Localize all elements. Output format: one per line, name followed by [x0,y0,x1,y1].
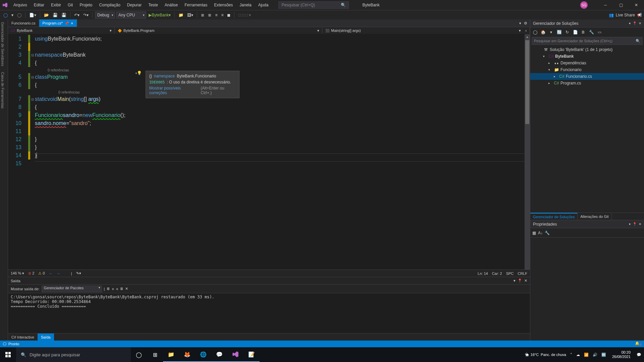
nav-fwd-icon[interactable]: → [57,272,60,276]
codelens-class[interactable]: 0 referências [35,67,525,73]
menu-teste[interactable]: Teste [145,3,161,7]
pin-icon[interactable]: 📌 [65,21,69,25]
tree-solution[interactable]: ⚒Solução 'ByteBank' (1 de 1 projeto) [530,46,644,53]
indent-mode[interactable]: SPC [506,272,514,276]
tb-icon-5[interactable]: ≡ [214,12,219,18]
config-dropdown[interactable]: Debug [95,11,115,19]
props-close-icon[interactable]: ✕ [639,222,641,226]
tb-icon-1[interactable]: 📁 [177,12,185,18]
notifications-icon[interactable]: 🔔3 [635,341,641,346]
explorer-icon[interactable]: 📁 [163,347,179,362]
code-editor[interactable]: 1234 56 789101112131415 ⊟ ⊟ ⊟ [8,34,530,269]
sol-refresh-icon[interactable]: ↻ [564,29,571,36]
menu-extensoes[interactable]: Extensões [211,3,236,7]
weather-widget[interactable]: 🌦 16°C Panc. de chuva [525,353,566,357]
tooltip-fix-link[interactable]: Mostrar possíveis correções [149,86,199,95]
menu-janela[interactable]: Janela [236,3,255,7]
taskview-icon[interactable]: ⊞ [147,347,163,362]
new-project-button[interactable]: 📄▾ [28,12,38,18]
firefox-icon[interactable]: 🦊 [179,347,195,362]
editor-scrollbar[interactable]: ▲ [525,34,530,269]
codelens-method[interactable]: 0 referências [35,89,525,95]
tab-program[interactable]: Program.cs* 📌 × [39,19,77,27]
zoom-level[interactable]: 146 % ▾ [11,271,24,276]
nav-back-icon[interactable]: ← [49,272,53,276]
split-icon[interactable]: ⫞ [525,28,527,33]
tb-icon-4[interactable]: ≣ [207,12,213,18]
history-button[interactable]: ◯ [16,12,23,18]
tb-icon-7[interactable]: ◼ [226,12,232,18]
start-button[interactable]: ▶ ByteBank ▾ [147,12,172,18]
menu-projeto[interactable]: Projeto [76,3,96,7]
sol-home-icon[interactable]: ◯ [532,29,538,36]
tray-lang-icon[interactable]: 🔤 [601,353,606,357]
menu-editar[interactable]: Editar [31,3,48,7]
quick-search-input[interactable]: Pesquisar (Ctrl+Q) 🔍 [278,1,349,9]
line-ending[interactable]: CRLF [518,272,527,276]
solution-search-input[interactable]: Pesquisar em Gerenciador de Soluções (Ct… [532,37,643,45]
tabs-options-icon[interactable]: ⚙ [524,21,527,25]
sol-home2-icon[interactable]: 🏠 [540,29,546,36]
feedback-icon[interactable]: 📢 [637,13,642,17]
output-pin-icon[interactable]: 📍 [518,279,522,283]
menu-git[interactable]: Git [64,3,76,7]
tab-funcionario[interactable]: Funcionario.cs [8,19,39,27]
props-pin-icon[interactable]: 📍 [633,222,637,226]
vs-taskbar-icon[interactable] [227,347,244,362]
props-events-icon[interactable]: 🔧 [545,231,550,235]
user-avatar[interactable]: SG [580,1,588,9]
tree-project[interactable]: ▾C#ByteBank [530,53,644,60]
tree-file-program[interactable]: ▸C#Program.cs [530,80,644,86]
tb-icon-8[interactable]: □ □ □ ▾ [237,12,252,18]
redo-button[interactable]: ↷▾ [82,12,90,18]
live-share-button[interactable]: Live Share [616,13,635,17]
tray-cloud-icon[interactable]: ☁ [576,353,580,357]
panel-close-icon[interactable]: ✕ [639,21,641,25]
out-tb-1[interactable]: ≣ [107,287,110,291]
right-tab-solution[interactable]: Gerenciador de Soluções [530,213,578,220]
menu-depurar[interactable]: Depurar [124,3,145,7]
tray-chevron-icon[interactable]: ˄ [570,353,572,357]
forward-button[interactable]: ▾ [10,12,15,18]
menu-ferramentas[interactable]: Ferramentas [181,3,211,7]
tray-sound-icon[interactable]: 🔊 [593,353,597,357]
save-all-button[interactable]: 💾 [60,12,68,18]
nav-project[interactable]: C#ByteBank▾ [8,27,115,34]
menu-ajuda[interactable]: Ajuda [255,3,272,7]
menu-arquivo[interactable]: Arquivo [10,3,31,7]
out-tb-4[interactable]: ≣ [120,287,123,291]
output-dropdown-icon[interactable]: ▾ [514,279,516,283]
pen-icon[interactable]: ✎▾ [76,271,81,276]
undo-button[interactable]: ↶▾ [73,12,81,18]
menu-exibir[interactable]: Exibir [48,3,64,7]
cortana-icon[interactable]: ◯ [131,347,147,362]
output-close-icon[interactable]: ✕ [524,279,527,283]
props-cat-icon[interactable]: ▦ [532,231,536,235]
error-count[interactable]: ⊘ 2 [28,271,34,276]
server-explorer-tab[interactable]: Gerenciador de Servidores [1,22,7,66]
sol-collapse-icon[interactable]: ▾ [548,29,554,36]
tray-wifi-icon[interactable]: 📶 [584,353,589,357]
tree-folder[interactable]: ▾📁Funcionario [530,66,644,73]
lightbulb-icon[interactable]: ▾ [135,70,141,76]
tabs-dropdown-icon[interactable]: ▾ [519,21,521,25]
maximize-button[interactable]: ▢ [613,0,629,10]
taskbar-search[interactable]: 🔍 Digite aqui para pesquisar [16,347,131,362]
tb-icon-3[interactable]: ≣ [200,12,206,18]
out-tb-2[interactable]: ≡ [112,287,114,291]
props-menu-icon[interactable]: ▾ [629,222,631,226]
sol-preview-icon[interactable]: ▭ [596,29,603,36]
toolbox-tab[interactable]: Caixa de Ferramentas [1,72,7,109]
warning-count[interactable]: ⚠ 0 [38,271,45,276]
out-tb-5[interactable]: ✕ [125,287,128,291]
sol-props-icon[interactable]: 🔧 [588,29,595,36]
nav-class[interactable]: 🔶ByteBank.Program▾ [115,27,322,34]
sol-sync-icon[interactable]: 🔄 [556,29,562,36]
right-tab-git[interactable]: Alterações do Git [578,213,611,220]
tree-file-funcionario[interactable]: ▸C#Funcionario.cs [530,73,644,80]
discord-icon[interactable]: 💬 [211,347,227,362]
sol-files-icon[interactable]: 🗎 [580,29,587,36]
out-tb-3[interactable]: ≡ [116,287,118,291]
panel-pin-icon[interactable]: 📍 [633,21,637,25]
output-tab-interactive[interactable]: C# Interactive [8,334,38,341]
